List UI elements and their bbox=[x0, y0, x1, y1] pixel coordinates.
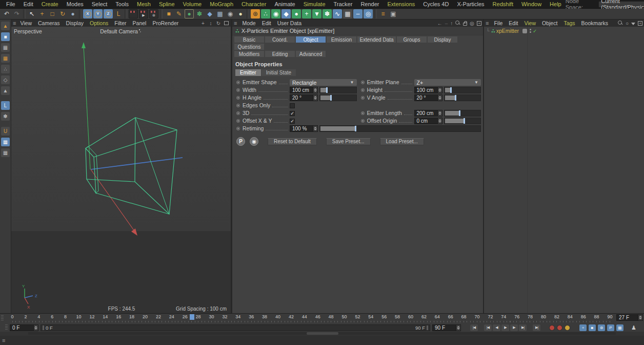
tab-modifiers[interactable]: Modifiers bbox=[234, 51, 264, 57]
retiming-field[interactable]: 100 % bbox=[290, 125, 313, 132]
3d-checkbox[interactable]: ✓ bbox=[290, 111, 295, 116]
edges-mode-icon[interactable]: ◇ bbox=[1, 75, 10, 84]
key-pla-button[interactable]: ▦ bbox=[616, 324, 623, 331]
visibility-dots-icon[interactable] bbox=[530, 29, 531, 33]
pan-view-icon[interactable]: + bbox=[200, 20, 206, 26]
offset-x-y-checkbox[interactable]: ✓ bbox=[290, 119, 295, 124]
record-keyframe-button[interactable] bbox=[549, 325, 555, 331]
xp-emitter-icon[interactable]: ◉ bbox=[271, 9, 280, 18]
node-space-select[interactable]: Current (Standard/Physical) ▼ bbox=[598, 1, 644, 8]
prev-key-button[interactable]: |◀ bbox=[484, 324, 492, 331]
edges-only-checkbox[interactable] bbox=[290, 103, 295, 108]
menu-object[interactable]: Object bbox=[539, 20, 560, 27]
panel-menu-icon[interactable]: ≡ bbox=[13, 20, 16, 26]
menu-user-data[interactable]: User Data bbox=[274, 20, 305, 27]
move-icon[interactable]: + bbox=[37, 9, 47, 18]
height-slider[interactable] bbox=[444, 87, 481, 93]
animation-dot-icon[interactable] bbox=[361, 81, 365, 84]
status-menu-icon[interactable]: ≡ bbox=[2, 337, 5, 343]
animation-dot-icon[interactable] bbox=[236, 81, 240, 84]
animation-dot-icon[interactable] bbox=[361, 119, 365, 123]
menu-file[interactable]: File bbox=[491, 20, 506, 27]
snap-tool-icon[interactable]: ✽ bbox=[1, 112, 10, 121]
emitter-length-field[interactable]: 200 cm bbox=[414, 110, 438, 117]
render-settings-icon[interactable]: ⊛ bbox=[149, 9, 158, 18]
playhead[interactable] bbox=[190, 314, 194, 320]
tab-groups[interactable]: Groups bbox=[397, 36, 427, 43]
offset-origin-field[interactable]: 0 cm bbox=[414, 118, 438, 124]
autokey-button[interactable] bbox=[557, 325, 562, 331]
menu-file[interactable]: File bbox=[2, 0, 19, 9]
menu-animate[interactable]: Animate bbox=[270, 0, 299, 9]
tab-object[interactable]: Object bbox=[296, 36, 326, 43]
xp-particles-icon[interactable]: ∴ bbox=[261, 9, 270, 18]
generators-icon[interactable]: ● bbox=[185, 9, 194, 18]
key-rotation-button[interactable]: ⊛ bbox=[598, 324, 605, 331]
value-spinner[interactable] bbox=[313, 94, 318, 101]
menu-window[interactable]: Window bbox=[517, 0, 546, 9]
range-start-spinner[interactable] bbox=[34, 324, 38, 331]
camera-swap-icon[interactable] bbox=[139, 29, 142, 33]
emitter-shape-dropdown[interactable]: Rectangle▼ bbox=[290, 79, 357, 86]
width-slider[interactable] bbox=[319, 87, 357, 93]
save-preset--button[interactable]: Save Preset... bbox=[326, 138, 371, 145]
character-solo-icon[interactable]: ♟ bbox=[631, 324, 636, 331]
menu-prorender[interactable]: ProRender bbox=[149, 20, 182, 27]
range-slider[interactable]: 0 F 90 F bbox=[41, 324, 430, 331]
animation-dot-icon[interactable] bbox=[236, 104, 240, 107]
value-spinner[interactable] bbox=[438, 87, 442, 93]
search-icon[interactable] bbox=[618, 21, 623, 26]
menu-mesh[interactable]: Mesh bbox=[133, 0, 155, 9]
menu-display[interactable]: Display bbox=[63, 20, 87, 27]
menu-cameras[interactable]: Cameras bbox=[35, 20, 63, 27]
xp-trail-icon[interactable]: ∿ bbox=[333, 9, 342, 18]
animation-dot-icon[interactable] bbox=[236, 88, 240, 92]
menu-render[interactable]: Render bbox=[356, 0, 383, 9]
menu-tools[interactable]: Tools bbox=[111, 0, 133, 9]
height-field[interactable]: 100 cm bbox=[414, 87, 438, 93]
xp-palette-icon[interactable]: ≡ bbox=[378, 9, 388, 18]
menu-view[interactable]: View bbox=[17, 20, 35, 27]
menu-bookmarks[interactable]: Bookmarks bbox=[578, 20, 612, 27]
goto-start-button[interactable]: |◀ bbox=[470, 324, 478, 331]
workplane-mode-icon[interactable]: ▦ bbox=[1, 54, 10, 63]
menu-cycles-4d[interactable]: Cycles 4D bbox=[419, 0, 453, 9]
key-parameter-button[interactable]: P bbox=[607, 324, 614, 331]
xp-domain-icon[interactable]: – bbox=[353, 9, 363, 18]
menu-help[interactable]: Help bbox=[546, 0, 566, 9]
new-panel-icon[interactable]: + bbox=[638, 21, 642, 26]
workplane-icon[interactable]: ▣ bbox=[389, 9, 398, 18]
ruler-grip[interactable] bbox=[1, 315, 4, 321]
magnet-icon[interactable]: U bbox=[1, 127, 10, 136]
value-spinner[interactable] bbox=[313, 125, 318, 132]
primitive-cube-icon[interactable]: ■ bbox=[164, 9, 173, 18]
object-tag-icon[interactable] bbox=[522, 29, 527, 33]
menu-modes[interactable]: Modes bbox=[63, 0, 88, 9]
object-row[interactable]: └∴xpEmitter✓ bbox=[484, 27, 644, 35]
undo-icon[interactable]: ↶ bbox=[2, 9, 11, 18]
current-frame-spinner[interactable] bbox=[638, 314, 643, 321]
next-frame-button[interactable]: ▶ bbox=[510, 324, 518, 331]
toggle-panel-icon[interactable] bbox=[223, 20, 229, 26]
menu-extensions[interactable]: Extensions bbox=[383, 0, 419, 9]
track-mode-icon[interactable]: ◎ bbox=[470, 21, 474, 26]
menu-panel[interactable]: Panel bbox=[130, 20, 150, 27]
points-mode-icon[interactable]: ∴ bbox=[1, 65, 10, 73]
width-field[interactable]: 100 cm bbox=[290, 87, 313, 93]
tab-coord-[interactable]: Coord. bbox=[265, 36, 295, 43]
animation-dot-icon[interactable] bbox=[236, 119, 240, 123]
xp-active-tool-icon[interactable]: ◆ bbox=[281, 9, 291, 18]
live-selection-icon[interactable]: ↖ bbox=[27, 9, 36, 18]
polygons-mode-icon[interactable]: ▲ bbox=[1, 86, 10, 95]
lock-icon[interactable] bbox=[463, 23, 467, 26]
goto-end-button[interactable]: ▶| bbox=[533, 324, 540, 331]
xp-light-icon[interactable]: ▼ bbox=[312, 9, 321, 18]
light-icon[interactable]: ● bbox=[236, 9, 245, 18]
panel-menu-icon[interactable]: ≡ bbox=[234, 20, 237, 26]
render-view-icon[interactable] bbox=[129, 9, 138, 18]
current-frame-field[interactable]: 27 F bbox=[616, 314, 643, 321]
xp-generator-icon[interactable]: ● bbox=[292, 9, 301, 18]
camera-icon[interactable]: ◉ bbox=[226, 9, 235, 18]
value-spinner[interactable] bbox=[438, 110, 442, 117]
tab-display[interactable]: Display bbox=[428, 36, 457, 43]
